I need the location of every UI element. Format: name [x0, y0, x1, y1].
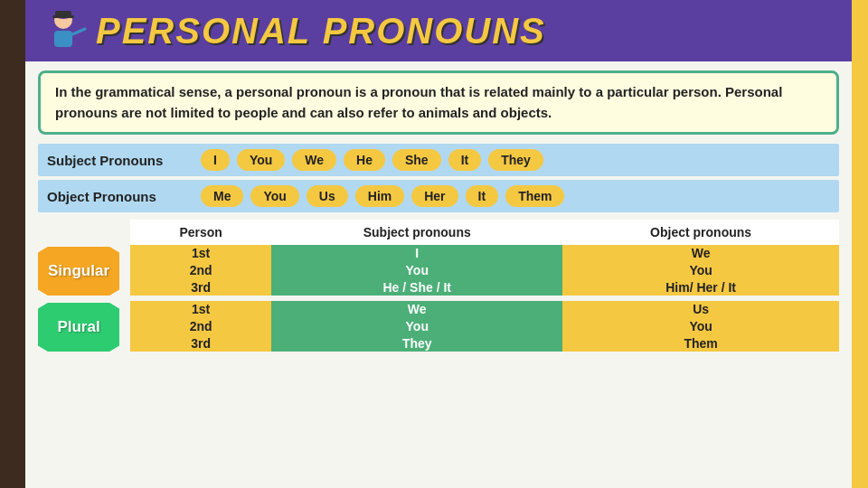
object-3rd-plural: Them — [562, 334, 839, 352]
main-content: PERSONAL PRONOUNS In the grammatical sen… — [25, 0, 852, 488]
pronoun-section: Subject Pronouns I You We He She It They… — [38, 144, 839, 212]
header: PERSONAL PRONOUNS — [25, 0, 852, 61]
subject-2nd-plural: You — [271, 318, 562, 335]
left-bar — [0, 0, 25, 488]
subject-3rd-plural: They — [271, 334, 562, 352]
svg-line-5 — [72, 29, 85, 34]
pill-She: She — [392, 149, 441, 171]
pill-You-obj: You — [250, 185, 298, 207]
table-section: Singular Plural Person Subject pronouns … — [38, 220, 839, 352]
table-row: 3rd They Them — [130, 334, 839, 352]
pill-I: I — [201, 149, 230, 171]
subject-pronouns-pills: I You We He She It They — [201, 149, 543, 171]
pill-Me: Me — [201, 185, 243, 207]
person-1st-singular: 1st — [130, 245, 271, 262]
object-pronouns-label: Object Pronouns — [47, 189, 192, 204]
table-row: 1st We Us — [130, 301, 839, 318]
teacher-character-icon — [40, 7, 87, 54]
pill-It: It — [448, 149, 482, 171]
col-object: Object pronouns — [562, 220, 839, 245]
octagon-column: Singular Plural — [38, 220, 130, 352]
pill-It-obj: It — [466, 185, 499, 207]
pill-Them: Them — [505, 185, 564, 207]
object-2nd-plural: You — [562, 318, 839, 335]
table-header-row: Person Subject pronouns Object pronouns — [130, 220, 839, 245]
object-1st-plural: Us — [562, 301, 839, 318]
subject-pronouns-row: Subject Pronouns I You We He She It They — [38, 144, 839, 176]
table-row: 3rd He / She / It Him/ Her / It — [130, 278, 839, 296]
object-2nd-singular: You — [562, 262, 839, 279]
col-subject: Subject pronouns — [271, 220, 562, 245]
person-2nd-singular: 2nd — [130, 262, 271, 279]
person-3rd-plural: 3rd — [130, 334, 271, 352]
pill-They: They — [488, 149, 543, 171]
right-bar — [852, 0, 868, 488]
person-1st-plural: 1st — [130, 301, 271, 318]
svg-rect-4 — [54, 31, 72, 47]
pill-He: He — [344, 149, 385, 171]
pill-You: You — [237, 149, 285, 171]
description-text: In the grammatical sense, a personal pro… — [55, 82, 822, 123]
table-row: 1st I We — [130, 245, 839, 262]
page-title: PERSONAL PRONOUNS — [96, 11, 546, 52]
pill-Her: Her — [411, 185, 458, 207]
description-box: In the grammatical sense, a personal pro… — [38, 70, 839, 135]
plural-label: Plural — [38, 303, 119, 352]
subject-1st-plural: We — [271, 301, 562, 318]
table-row: 2nd You You — [130, 318, 839, 335]
person-2nd-plural: 2nd — [130, 318, 271, 335]
pronoun-table: Person Subject pronouns Object pronouns … — [130, 220, 839, 352]
subject-pronouns-label: Subject Pronouns — [47, 153, 192, 168]
pill-We: We — [292, 149, 336, 171]
subject-2nd-singular: You — [271, 262, 562, 279]
object-3rd-singular: Him/ Her / It — [562, 278, 839, 296]
pill-Him: Him — [355, 185, 404, 207]
pill-Us: Us — [307, 185, 348, 207]
person-3rd-singular: 3rd — [130, 278, 271, 296]
col-person: Person — [130, 220, 271, 245]
subject-1st-singular: I — [271, 245, 562, 262]
singular-label: Singular — [38, 247, 119, 296]
svg-rect-3 — [55, 11, 71, 17]
table-row: 2nd You You — [130, 262, 839, 279]
object-1st-singular: We — [562, 245, 839, 262]
object-pronouns-row: Object Pronouns Me You Us Him Her It The… — [38, 180, 839, 212]
object-pronouns-pills: Me You Us Him Her It Them — [201, 185, 564, 207]
subject-3rd-singular: He / She / It — [271, 278, 562, 296]
